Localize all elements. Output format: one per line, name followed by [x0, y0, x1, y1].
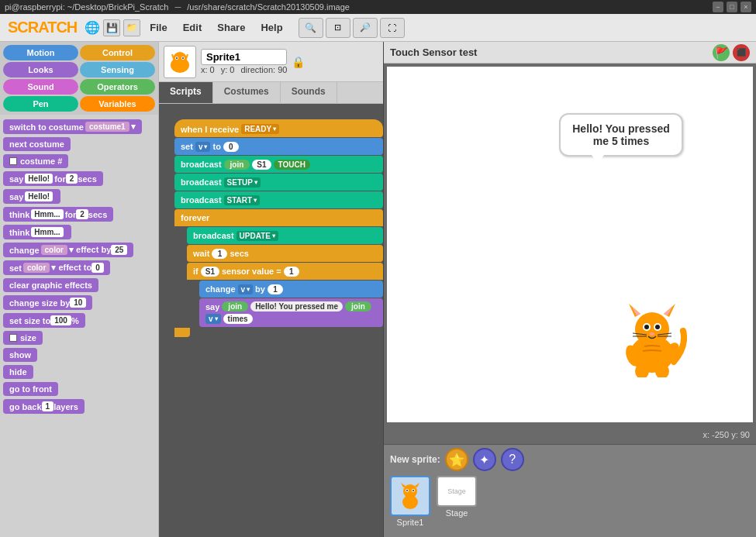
block-set-effect[interactable]: set color▾ effect to 0 [3, 260, 110, 275]
block-go-front[interactable]: go to front [3, 382, 58, 396]
svg-point-1 [173, 52, 187, 66]
block-broadcast-update[interactable]: broadcast UPDATE ▾ [187, 227, 383, 244]
category-sensing[interactable]: Sensing [80, 62, 155, 77]
menu-edit[interactable]: Edit [177, 19, 209, 36]
sprite-thumb-image [166, 48, 194, 76]
block-say[interactable]: say Hello! [3, 189, 60, 204]
menu-file[interactable]: File [143, 19, 173, 36]
speech-bubble: Hello! You pressed me 5 times [559, 113, 683, 157]
sprite-x: x: 0 [201, 65, 215, 74]
green-flag-button[interactable]: 🚩 [713, 44, 730, 61]
sprite-y: y: 0 [221, 65, 235, 74]
category-operators[interactable]: Operators [80, 79, 155, 95]
lock-icon[interactable]: 🔒 [292, 56, 305, 68]
category-looks[interactable]: Looks [3, 62, 78, 77]
svg-point-3 [176, 57, 178, 59]
block-broadcast-join[interactable]: broadcast join S1 TOUCH [174, 156, 383, 173]
sprite-item-stage[interactable]: Stage Stage [437, 476, 477, 527]
block-next-costume[interactable]: next costume [3, 137, 71, 151]
block-go-back[interactable]: go back 1 layers [3, 399, 85, 414]
block-set-size[interactable]: set size to 100 % [3, 313, 85, 328]
menu-help[interactable]: Help [254, 19, 288, 36]
new-sprite-row: New sprite: ⭐ ✦ ? [390, 448, 750, 471]
sprite-name[interactable]: Sprite1 [201, 49, 287, 65]
block-hide[interactable]: hide [3, 365, 33, 379]
tab-scripts[interactable]: Scripts [159, 82, 213, 103]
title-bar: pi@raspberrypi: ~/Desktop/BrickPi_Scratc… [0, 0, 756, 14]
svg-point-5 [182, 57, 184, 59]
sprite-dir: direction: 90 [240, 65, 287, 74]
stage-canvas[interactable]: Hello! You pressed me 5 times [387, 67, 753, 422]
block-think[interactable]: think Hmm... [3, 225, 71, 239]
stage-header: Touch Sensor test 🚩 ⬛ [384, 42, 756, 64]
cat-sprite [617, 300, 687, 380]
block-forever[interactable]: forever [174, 209, 383, 226]
svg-marker-32 [414, 483, 419, 487]
category-sound[interactable]: Sound [3, 79, 78, 95]
stage-controls: 🚩 ⬛ [713, 44, 750, 61]
minimize-button[interactable]: − [713, 2, 723, 12]
block-say-join[interactable]: say join Hello! You pressed me join v ▾ … [199, 298, 383, 327]
sprite-coords: x: 0 y: 0 direction: 90 [201, 65, 287, 74]
menu-share[interactable]: Share [211, 19, 251, 36]
blocks-area: switch to costume costume1▾ next costume… [0, 115, 158, 537]
close-button[interactable]: × [740, 2, 751, 12]
block-if[interactable]: if S1 sensor value = 1 [187, 263, 383, 280]
block-say-for[interactable]: say Hello! for 2 secs [3, 171, 103, 186]
fullscreen-button[interactable]: ⛶ [380, 18, 405, 38]
new-sprite-star-button[interactable]: ✦ [473, 448, 496, 471]
script-stack: when I receive READY ▾ set v ▾ to 0 broa… [174, 119, 383, 337]
sprite1-thumb-img [396, 480, 424, 511]
maximize-button[interactable]: □ [727, 2, 737, 12]
svg-point-13 [644, 325, 649, 329]
svg-point-30 [413, 490, 414, 491]
menu-bar: SCRATCH 🌐 💾 📁 File Edit Share Help 🔍 ⊡ 🔎… [0, 14, 756, 42]
category-control[interactable]: Control [80, 45, 155, 60]
block-switch-costume[interactable]: switch to costume costume1▾ [3, 119, 142, 134]
block-set-v[interactable]: set v ▾ to 0 [174, 138, 383, 155]
block-broadcast-setup[interactable]: broadcast SETUP ▾ [174, 174, 383, 191]
block-broadcast-start[interactable]: broadcast START ▾ [174, 191, 383, 208]
zoom-fit-button[interactable]: ⊡ [326, 18, 350, 38]
paint-sprite-button[interactable]: ⭐ [445, 448, 468, 471]
block-costume-num[interactable]: costume # [3, 154, 68, 168]
zoom-out-button[interactable]: 🔎 [353, 18, 378, 38]
block-size-var[interactable]: size [3, 331, 43, 345]
scripts-canvas[interactable]: when I receive READY ▾ set v ▾ to 0 broa… [159, 104, 383, 537]
category-pen[interactable]: Pen [3, 96, 78, 112]
tab-costumes[interactable]: Costumes [213, 82, 281, 103]
block-when-receive[interactable]: when I receive READY ▾ [174, 119, 383, 137]
svg-point-16 [650, 332, 654, 336]
save-icon[interactable]: 💾 [103, 19, 120, 36]
stage-coords: x: -250 y: 90 [702, 430, 750, 439]
cat-svg [617, 300, 687, 377]
folder-icon[interactable]: 📁 [123, 19, 140, 36]
scratch-logo: SCRATCH [3, 19, 81, 36]
category-motion[interactable]: Motion [3, 45, 78, 60]
main-content: Motion Control Looks Sensing Sound Opera… [0, 42, 756, 537]
category-variables[interactable]: Variables [80, 96, 155, 112]
zoom-in-button[interactable]: 🔍 [299, 18, 323, 38]
speech-text: Hello! You pressed me 5 times [572, 122, 670, 147]
block-change-size[interactable]: change size by 10 [3, 295, 92, 310]
surprise-sprite-button[interactable]: ? [501, 448, 524, 471]
stop-button[interactable]: ⬛ [733, 44, 750, 61]
block-change-effect[interactable]: change color▾ effect by 25 [3, 243, 133, 257]
forever-close [174, 328, 190, 337]
block-wait[interactable]: wait 1 secs [187, 245, 383, 262]
sprite-item-sprite1[interactable]: Sprite1 [390, 476, 430, 527]
block-change-v[interactable]: change v ▾ by 1 [199, 281, 383, 298]
tab-sounds[interactable]: Sounds [281, 82, 337, 103]
globe-icon[interactable]: 🌐 [85, 20, 100, 35]
middle-panel: Sprite1 x: 0 y: 0 direction: 90 🔒 Script… [159, 42, 384, 537]
left-panel: Motion Control Looks Sensing Sound Opera… [0, 42, 159, 537]
block-think-for[interactable]: think Hmm... for 2 secs [3, 207, 113, 222]
sprite-tray: New sprite: ⭐ ✦ ? [384, 444, 756, 537]
category-grid: Motion Control Looks Sensing Sound Opera… [0, 42, 158, 115]
block-clear-effects[interactable]: clear graphic effects [3, 278, 98, 292]
sprite-header: Sprite1 x: 0 y: 0 direction: 90 🔒 [159, 42, 383, 82]
block-show[interactable]: show [3, 348, 37, 362]
svg-marker-31 [401, 483, 406, 487]
sprite1-thumbnail [390, 476, 430, 516]
tabs-row: Scripts Costumes Sounds [159, 82, 383, 104]
